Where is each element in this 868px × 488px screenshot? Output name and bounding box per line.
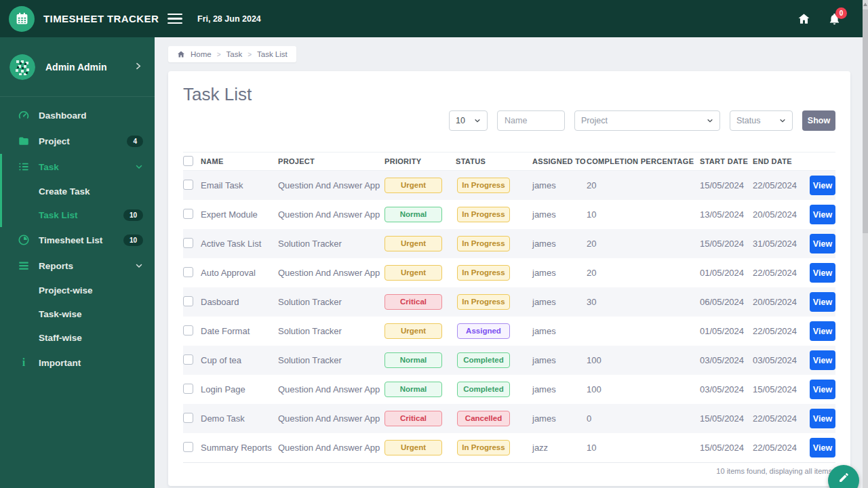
start-date: 15/05/2024 — [700, 180, 753, 190]
assigned-to: jazz — [532, 443, 587, 453]
start-date: 15/05/2024 — [700, 413, 753, 424]
completion-percentage: 10 — [587, 209, 700, 220]
completion-percentage: 100 — [587, 384, 700, 394]
task-project: Question And Answer App — [278, 384, 384, 394]
start-date: 03/05/2024 — [700, 355, 753, 365]
sidebar-item-project[interactable]: Project 4 — [0, 128, 155, 154]
row-checkbox[interactable] — [183, 267, 193, 277]
dashboard-gauge-icon — [17, 109, 31, 121]
assigned-to: james — [532, 326, 587, 336]
table-row: Auto Approval Question And Answer App Ur… — [183, 258, 835, 287]
view-button[interactable]: View — [810, 350, 835, 370]
view-button[interactable]: View — [810, 292, 835, 312]
task-name: Auto Approval — [201, 268, 278, 278]
status-badge: In Progress — [457, 440, 510, 455]
sidebar-item-task[interactable]: Task — [2, 154, 155, 180]
page-scrollbar[interactable] — [863, 0, 868, 488]
completion-percentage: 20 — [587, 180, 700, 190]
end-date: 22/05/2024 — [753, 326, 804, 336]
select-all-checkbox[interactable] — [183, 156, 193, 166]
view-button[interactable]: View — [810, 263, 835, 283]
breadcrumb-home[interactable]: Home — [191, 50, 212, 58]
sidebar-menu: Dashboard Project 4 Task Create Task — [0, 97, 155, 375]
table-header: NAME PROJECT PRIORITY STATUS ASSIGNED TO… — [183, 152, 835, 171]
breadcrumb-task[interactable]: Task — [226, 50, 243, 58]
row-checkbox[interactable] — [183, 442, 193, 452]
status-badge: In Progress — [457, 236, 510, 251]
sidebar-item-timesheet-list[interactable]: Timesheet List 10 — [0, 227, 155, 253]
view-button[interactable]: View — [810, 176, 835, 195]
sidebar-item-project-wise[interactable]: Project-wise — [0, 279, 155, 302]
task-project: Question And Answer App — [278, 443, 384, 453]
sidebar-item-dashboard[interactable]: Dashboard — [0, 102, 155, 128]
priority-badge: Urgent — [384, 178, 442, 193]
sidebar-item-task-wise[interactable]: Task-wise — [0, 302, 155, 326]
sidebar-item-create-task[interactable]: Create Task — [2, 180, 155, 203]
status-filter-select[interactable]: Status — [730, 110, 793, 131]
end-date: 22/05/2024 — [753, 268, 804, 278]
page-size-select[interactable]: 10 — [449, 110, 488, 131]
topbar-actions: 0 — [797, 12, 841, 26]
task-project: Question And Answer App — [278, 268, 384, 278]
sidebar-item-staff-wise[interactable]: Staff-wise — [0, 326, 155, 350]
task-project: Question And Answer App — [278, 413, 384, 424]
breadcrumb: Home > Task > Task List — [168, 46, 296, 62]
completion-percentage: 20 — [587, 239, 700, 249]
end-date: 22/05/2024 — [753, 413, 804, 424]
task-name: Summary Reports — [201, 443, 278, 453]
sidebar-item-reports[interactable]: Reports — [0, 253, 155, 279]
view-button[interactable]: View — [810, 321, 835, 341]
view-button[interactable]: View — [810, 409, 835, 428]
priority-badge: Normal — [384, 352, 442, 368]
view-button[interactable]: View — [810, 234, 835, 253]
start-date: 15/05/2024 — [700, 239, 753, 249]
home-icon[interactable] — [797, 12, 810, 25]
view-button[interactable]: View — [810, 438, 835, 458]
status-badge: In Progress — [457, 294, 510, 310]
scroll-up-arrow[interactable] — [863, 3, 867, 6]
calendar-logo-icon — [9, 6, 35, 32]
app-brand: TIMESHEET TRACKER — [0, 6, 155, 32]
row-checkbox[interactable] — [183, 209, 193, 219]
row-checkbox[interactable] — [183, 180, 193, 190]
row-checkbox[interactable] — [183, 354, 193, 365]
view-button[interactable]: View — [810, 380, 835, 399]
sidebar-item-task-list[interactable]: Task List 10 — [2, 203, 155, 227]
project-filter-select[interactable]: Project — [574, 110, 720, 131]
info-icon: i — [17, 357, 31, 368]
start-date: 03/05/2024 — [700, 384, 753, 394]
user-profile[interactable]: Admin Admin — [0, 37, 155, 97]
task-name: Cup of tea — [201, 355, 278, 365]
assigned-to: james — [532, 268, 587, 278]
name-filter-input[interactable] — [497, 110, 565, 131]
task-name: Dasboard — [201, 297, 278, 307]
current-date: Fri, 28 Jun 2024 — [197, 14, 261, 24]
row-checkbox[interactable] — [183, 296, 193, 306]
table-row: Demo Task Question And Answer App Critic… — [183, 404, 835, 433]
assigned-to: james — [532, 180, 587, 190]
priority-badge: Normal — [384, 207, 442, 222]
priority-badge: Urgent — [384, 440, 442, 455]
priority-badge: Critical — [384, 294, 442, 310]
view-button[interactable]: View — [810, 205, 835, 224]
status-badge: In Progress — [457, 178, 510, 193]
menu-toggle-icon[interactable] — [167, 14, 182, 24]
notifications-bell-icon[interactable]: 0 — [828, 12, 841, 26]
row-checkbox[interactable] — [183, 384, 193, 394]
row-checkbox[interactable] — [183, 325, 193, 336]
end-date: 03/05/2024 — [753, 355, 804, 365]
task-table: NAME PROJECT PRIORITY STATUS ASSIGNED TO… — [183, 152, 835, 475]
user-name: Admin Admin — [45, 62, 106, 73]
table-row: Active Task List Solution Tracker Urgent… — [183, 229, 835, 258]
sidebar-item-important[interactable]: i Important — [0, 350, 155, 375]
scroll-thumb[interactable] — [863, 9, 868, 233]
status-badge: In Progress — [457, 265, 510, 281]
table-row: Date Format Solution Tracker Urgent Assi… — [183, 317, 835, 346]
task-name: Active Task List — [201, 239, 278, 249]
table-row: Dasboard Solution Tracker Critical In Pr… — [183, 287, 835, 317]
chevron-down-icon — [707, 117, 713, 124]
row-checkbox[interactable] — [183, 238, 193, 248]
row-checkbox[interactable] — [183, 413, 193, 423]
show-button[interactable]: Show — [802, 110, 835, 131]
task-list-card: Task List 10 Project Status Show NAME PR… — [168, 71, 850, 486]
